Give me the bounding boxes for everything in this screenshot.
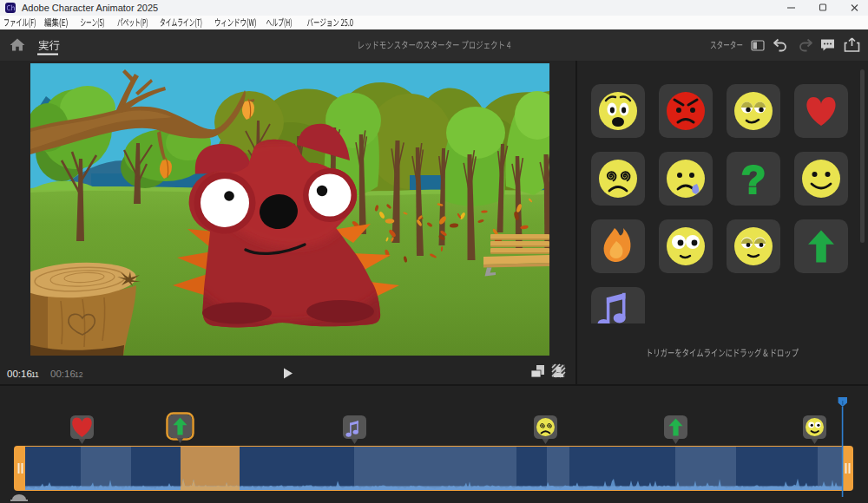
svg-text:00:16: 00:16 bbox=[7, 369, 32, 379]
svg-text:12: 12 bbox=[75, 370, 83, 379]
svg-text:?: ? bbox=[741, 157, 766, 202]
svg-text:00:16: 00:16 bbox=[50, 369, 76, 379]
svg-text:11: 11 bbox=[31, 370, 39, 379]
